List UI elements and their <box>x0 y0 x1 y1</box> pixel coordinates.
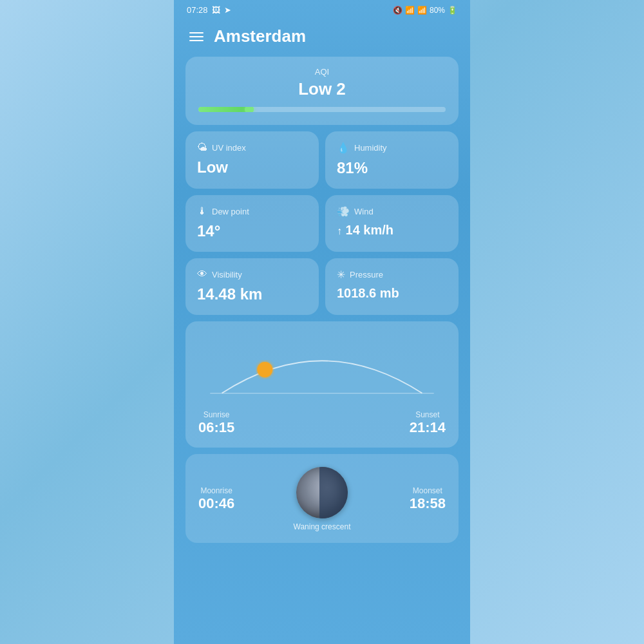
sun-arc-svg <box>198 334 446 405</box>
dew-value: 14° <box>197 222 307 240</box>
aqi-value: Low 2 <box>198 79 446 99</box>
uv-index-card: 🌤 UV index Low <box>185 131 319 189</box>
moonrise-label: Moonrise <box>198 486 234 495</box>
uv-label: UV index <box>212 143 246 153</box>
app-header: Amsterdam <box>174 17 470 57</box>
moon-image-container: Waning crescent <box>294 467 351 531</box>
sunrise-sunset-card: Sunrise 06:15 Sunset 21:14 <box>185 321 459 448</box>
visibility-icon: 👁 <box>197 269 207 280</box>
aqi-bar-fill <box>198 107 252 112</box>
battery-percent: 80% <box>430 6 445 15</box>
sunset-block: Sunset 21:14 <box>410 410 446 436</box>
location-icon: ➤ <box>224 5 231 15</box>
svg-point-1 <box>257 362 272 377</box>
moonset-block: Moonset 18:58 <box>410 486 446 512</box>
sunrise-block: Sunrise 06:15 <box>198 410 234 436</box>
uv-value: Low <box>197 158 307 176</box>
moon-shadow <box>319 467 348 518</box>
moonset-label: Moonset <box>410 486 446 495</box>
battery-icon: 🔋 <box>448 6 457 15</box>
wind-arrow-icon: ↑ <box>337 225 342 236</box>
moonrise-time: 00:46 <box>198 495 234 512</box>
moonset-time: 18:58 <box>410 495 446 512</box>
sunrise-time: 06:15 <box>198 419 234 436</box>
sun-arc-container <box>198 334 446 405</box>
row-uv-humidity: 🌤 UV index Low 💧 Humidity 81% <box>185 131 459 189</box>
sunset-time: 21:14 <box>410 419 446 436</box>
wifi-icon: 📶 <box>405 6 415 15</box>
visibility-value: 14.48 km <box>197 285 307 303</box>
main-content: AQI Low 2 🌤 UV index Low 💧 Humidity <box>174 57 470 543</box>
visibility-label: Visibility <box>212 270 242 279</box>
menu-button[interactable] <box>189 32 204 41</box>
moon-card: Moonrise 00:46 Waning crescent Moonset 1… <box>185 454 459 543</box>
moon-image <box>296 467 348 518</box>
time-display: 07:28 <box>187 5 208 15</box>
humidity-card: 💧 Humidity 81% <box>325 131 459 189</box>
dew-label: Dew point <box>212 207 249 216</box>
pressure-header: ✳ Pressure <box>337 269 447 281</box>
pressure-value: 1018.6 mb <box>337 286 447 301</box>
wind-header: 💨 Wind <box>337 205 447 218</box>
uv-icon: 🌤 <box>197 142 207 153</box>
pressure-icon: ✳ <box>337 269 345 281</box>
aqi-label: AQI <box>198 67 446 77</box>
pressure-label: Pressure <box>350 270 383 279</box>
humidity-value: 81% <box>337 159 447 177</box>
visibility-header: 👁 Visibility <box>197 269 307 280</box>
sunset-label: Sunset <box>410 410 446 419</box>
wind-card: 💨 Wind ↑ 14 km/h <box>325 195 459 252</box>
wind-icon: 💨 <box>337 205 350 218</box>
moonrise-block: Moonrise 00:46 <box>198 486 234 512</box>
pressure-card: ✳ Pressure 1018.6 mb <box>325 258 459 315</box>
wind-label: Wind <box>354 207 374 216</box>
moon-phase-label: Waning crescent <box>294 522 351 531</box>
sun-times: Sunrise 06:15 Sunset 21:14 <box>198 410 446 436</box>
wind-value: ↑ 14 km/h <box>337 223 447 238</box>
phone-frame: 07:28 🖼 ➤ 🔇 📶 📶 80% 🔋 Amsterdam AQI Low … <box>174 0 470 644</box>
dew-icon: 🌡 <box>197 205 207 217</box>
humidity-icon: 💧 <box>337 142 350 154</box>
photo-icon: 🖼 <box>212 5 220 15</box>
signal-icon: 📶 <box>417 6 427 15</box>
dew-point-header: 🌡 Dew point <box>197 205 307 217</box>
status-bar: 07:28 🖼 ➤ 🔇 📶 📶 80% 🔋 <box>174 0 470 17</box>
uv-index-header: 🌤 UV index <box>197 142 307 153</box>
humidity-header: 💧 Humidity <box>337 142 447 154</box>
moon-content: Moonrise 00:46 Waning crescent Moonset 1… <box>198 467 446 531</box>
city-title: Amsterdam <box>214 26 306 46</box>
sunrise-label: Sunrise <box>198 410 234 419</box>
visibility-card: 👁 Visibility 14.48 km <box>185 258 319 315</box>
row-dew-wind: 🌡 Dew point 14° 💨 Wind ↑ 14 km/h <box>185 195 459 252</box>
humidity-label: Humidity <box>354 143 387 153</box>
aqi-bar-background <box>198 107 446 112</box>
aqi-bar-indicator <box>245 107 254 112</box>
mute-icon: 🔇 <box>393 6 402 15</box>
row-vis-pressure: 👁 Visibility 14.48 km ✳ Pressure 1018.6 … <box>185 258 459 315</box>
dew-point-card: 🌡 Dew point 14° <box>185 195 319 252</box>
aqi-card: AQI Low 2 <box>185 57 459 125</box>
